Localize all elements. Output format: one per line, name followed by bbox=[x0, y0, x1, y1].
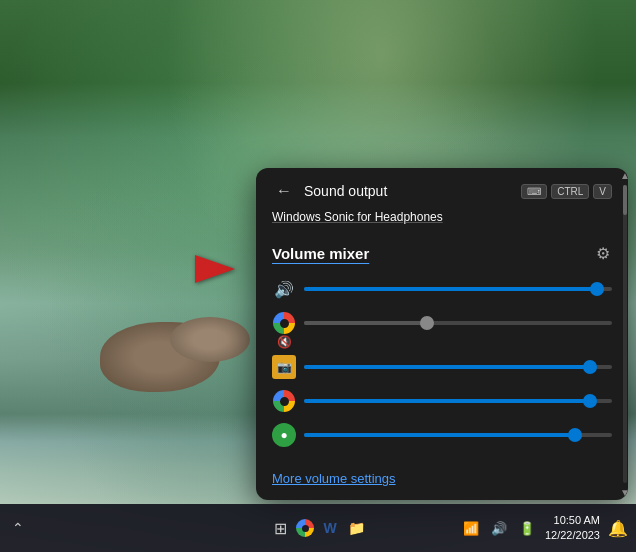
chevron-up-icon: ⌃ bbox=[12, 520, 24, 536]
device-label: Windows Sonic for Headphones bbox=[256, 210, 628, 232]
taskbar-wifi-icon[interactable]: 📶 bbox=[461, 518, 481, 538]
scrollbar-thumb[interactable] bbox=[623, 185, 627, 215]
chrome2-slider-thumb[interactable] bbox=[583, 394, 597, 408]
chrome2-icon bbox=[273, 390, 295, 412]
battery-icon: 🔋 bbox=[519, 521, 535, 536]
settings-gear-button[interactable]: ⚙ bbox=[594, 242, 612, 265]
v-key: V bbox=[593, 184, 612, 199]
chrome2-icon-inner bbox=[280, 397, 289, 406]
chrome-slider-thumb[interactable] bbox=[420, 316, 434, 330]
rock-decoration-2 bbox=[170, 317, 250, 362]
taskbar-word-icon[interactable]: W bbox=[320, 518, 340, 538]
taskbar-right: 📶 🔊 🔋 10:50 AM 12/22/2023 🔔 bbox=[461, 513, 628, 544]
taskbar-time: 10:50 AM 12/22/2023 bbox=[545, 513, 600, 544]
taskbar: ⌃ ⊞ W 📁 📶 🔊 🔋 10:50 AM 12/22/2023 bbox=[0, 504, 636, 552]
arrow-pointer bbox=[195, 255, 235, 283]
chrome-slider-fill bbox=[304, 321, 427, 325]
camera-icon: 📷 bbox=[277, 360, 292, 374]
taskbar-notification-bell[interactable]: 🔔 bbox=[608, 518, 628, 538]
green-volume-slider[interactable] bbox=[304, 428, 612, 442]
scroll-down-button[interactable]: ▼ bbox=[618, 485, 628, 500]
ctrl-key: CTRL bbox=[551, 184, 589, 199]
chrome2-slider-fill bbox=[304, 399, 590, 403]
scrollbar[interactable]: ▲ ▼ bbox=[622, 168, 628, 500]
chrome2-slider-track bbox=[304, 399, 612, 403]
green-icon: ● bbox=[280, 428, 287, 442]
system-slider-track bbox=[304, 287, 612, 291]
folder-icon: 📁 bbox=[348, 520, 365, 536]
word-icon: W bbox=[323, 520, 336, 536]
sound-panel: ▲ ▼ ← Sound output ⌨ CTRL V Windows Soni… bbox=[256, 168, 628, 500]
green-slider-fill bbox=[304, 433, 575, 437]
camera-slider-track bbox=[304, 365, 612, 369]
mute-indicator: 🔇 bbox=[277, 335, 292, 349]
mixer-row-green: ● bbox=[272, 423, 612, 447]
mixer-rows: 🔊 🔇 bbox=[256, 273, 628, 461]
camera-app-icon: 📷 bbox=[272, 355, 296, 379]
panel-header: ← Sound output ⌨ CTRL V bbox=[256, 168, 628, 210]
volume-mixer-title: Volume mixer bbox=[272, 245, 369, 262]
wifi-icon: 📶 bbox=[463, 521, 479, 536]
taskbar-battery-icon[interactable]: 🔋 bbox=[517, 518, 537, 538]
taskbar-date-value: 12/22/2023 bbox=[545, 528, 600, 543]
system-volume-slider[interactable] bbox=[304, 282, 612, 296]
taskbar-folder-icon[interactable]: 📁 bbox=[346, 518, 366, 538]
camera-slider-thumb[interactable] bbox=[583, 360, 597, 374]
taskbar-chevron-up[interactable]: ⌃ bbox=[8, 518, 28, 538]
camera-slider-fill bbox=[304, 365, 590, 369]
mixer-row-chrome: 🔇 bbox=[272, 311, 612, 335]
chrome-icon bbox=[273, 312, 295, 334]
scroll-up-button[interactable]: ▲ bbox=[618, 168, 628, 183]
panel-title: Sound output bbox=[304, 183, 513, 199]
chrome2-volume-slider[interactable] bbox=[304, 394, 612, 408]
taskbar-chrome-icon[interactable] bbox=[296, 519, 314, 537]
green-slider-thumb[interactable] bbox=[568, 428, 582, 442]
panel-shortcut: ⌨ CTRL V bbox=[521, 184, 612, 199]
taskbar-volume-icon[interactable]: 🔊 bbox=[489, 518, 509, 538]
green-slider-track bbox=[304, 433, 612, 437]
mixer-row-chrome2 bbox=[272, 389, 612, 413]
taskbar-left: ⌃ bbox=[8, 518, 28, 538]
system-slider-thumb[interactable] bbox=[590, 282, 604, 296]
more-volume-settings-link[interactable]: More volume settings bbox=[256, 461, 628, 500]
windows-icon: ⊞ bbox=[274, 519, 287, 538]
section-header: Volume mixer ⚙ bbox=[256, 232, 628, 273]
mixer-row-camera: 📷 bbox=[272, 355, 612, 379]
scrollbar-track bbox=[623, 185, 627, 483]
taskbar-chrome-inner bbox=[302, 525, 309, 532]
chrome-icon-inner bbox=[280, 319, 289, 328]
speaker-icon: 🔊 bbox=[274, 280, 294, 299]
system-slider-fill bbox=[304, 287, 597, 291]
system-app-icon: 🔊 bbox=[272, 277, 296, 301]
chrome-app-icon: 🔇 bbox=[272, 311, 296, 335]
camera-volume-slider[interactable] bbox=[304, 360, 612, 374]
taskbar-center: ⊞ W 📁 bbox=[270, 518, 366, 538]
chrome-volume-slider[interactable] bbox=[304, 316, 612, 330]
back-button[interactable]: ← bbox=[272, 180, 296, 202]
chrome2-app-icon bbox=[272, 389, 296, 413]
taskbar-start-button[interactable]: ⊞ bbox=[270, 518, 290, 538]
keyboard-icon: ⌨ bbox=[521, 184, 547, 199]
taskbar-time-value: 10:50 AM bbox=[545, 513, 600, 528]
volume-icon: 🔊 bbox=[491, 521, 507, 536]
green-app-icon: ● bbox=[272, 423, 296, 447]
chrome-slider-track bbox=[304, 321, 612, 325]
mixer-row-system: 🔊 bbox=[272, 277, 612, 301]
bell-icon: 🔔 bbox=[608, 519, 628, 538]
